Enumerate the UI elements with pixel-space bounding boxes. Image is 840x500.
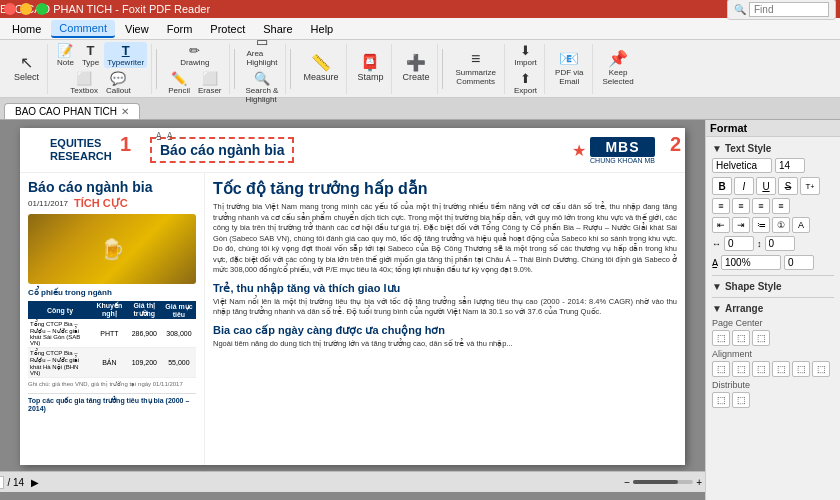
keep-selected-label: KeepSelected <box>603 68 634 86</box>
bold-button[interactable]: B <box>712 177 732 195</box>
drawing-tools-group: ✏ Drawing ✏️ Pencil ⬜ Eraser <box>161 44 229 94</box>
textbox-icon: ⬜ <box>76 71 92 86</box>
area-highlight-button[interactable]: ▭ AreaHighlight <box>243 33 280 68</box>
zoom-out-button[interactable]: − <box>624 477 630 488</box>
company-2: Tổng CTCP Bia – Rượu – Nước giải khát Hà… <box>28 348 92 378</box>
summarize-button[interactable]: ≡ SummarizeComments <box>451 49 499 88</box>
measure-button[interactable]: 📏 Measure <box>299 53 342 84</box>
comment-tools-row1: 📝 Note T Type T Typewriter <box>54 42 147 68</box>
type-button[interactable]: T Type <box>79 42 102 68</box>
toolbar: ↖ Select 📝 Note T Type T Typewriter ⬜ Te… <box>0 40 840 98</box>
menu-form[interactable]: Form <box>159 21 201 37</box>
import-button[interactable]: ⬇ Import <box>511 42 540 68</box>
typewriter-button[interactable]: T Typewriter <box>104 42 147 68</box>
list-bullet-button[interactable]: ≔ <box>752 217 770 233</box>
beer-image: 🍺 <box>28 214 196 284</box>
col-rec: Khuyến nghị <box>92 301 127 319</box>
tab-close-button[interactable]: ✕ <box>121 106 129 117</box>
main-heading: Tốc độ tăng trưởng hấp dẫn <box>213 179 677 198</box>
menu-comment[interactable]: Comment <box>51 20 115 38</box>
text-style-section: ▼ Text Style B I U S T+ ≡ ≡ ≡ ≡ <box>712 143 834 270</box>
export-button[interactable]: ⬆ Export <box>511 70 540 96</box>
next-page-button[interactable]: ▶ <box>28 477 42 488</box>
align-b-button[interactable]: ⬚ <box>812 361 830 377</box>
shape-style-title[interactable]: ▼ Shape Style <box>712 281 834 292</box>
find-input[interactable] <box>749 2 829 17</box>
align-justify-button[interactable]: ≡ <box>772 198 790 214</box>
create-button[interactable]: ➕ Create <box>398 53 433 84</box>
col-price: Giá thị trường <box>127 301 162 319</box>
note-button[interactable]: 📝 Note <box>54 42 77 68</box>
indent-increase-button[interactable]: ⇥ <box>732 217 750 233</box>
table-row: Tổng CTCP Bia – Rượu – Nước giải khát Hà… <box>28 348 196 378</box>
search-highlight-button[interactable]: 🔍 Search &Highlight <box>243 70 282 105</box>
pencil-button[interactable]: ✏️ Pencil <box>165 70 193 96</box>
search-highlight-label: Search &Highlight <box>246 86 279 104</box>
zero-input[interactable] <box>784 255 814 270</box>
text-color-button[interactable]: A <box>792 217 810 233</box>
create-group: ➕ Create <box>394 44 438 94</box>
center-v-button[interactable]: ⬚ <box>732 330 750 346</box>
tab-bao-cao[interactable]: BAO CAO PHAN TICH ✕ <box>4 103 140 119</box>
align-l-button[interactable]: ⬚ <box>712 361 730 377</box>
select-button[interactable]: ↖ Select <box>10 53 43 84</box>
spacing-icon2: ↕ <box>757 239 762 249</box>
page-number-input[interactable] <box>0 476 4 489</box>
pdf-email-button[interactable]: 📧 PDF viaEmail <box>551 49 587 88</box>
align-c-button[interactable]: ⬚ <box>732 361 750 377</box>
center-both-button[interactable]: ⬚ <box>752 330 770 346</box>
center-h-button[interactable]: ⬚ <box>712 330 730 346</box>
drawing-button[interactable]: ✏ Drawing <box>177 42 212 68</box>
text-style-title: ▼ Text Style <box>712 143 834 154</box>
menu-home[interactable]: Home <box>4 21 49 37</box>
keep-selected-icon: 📌 <box>608 51 628 67</box>
arrange-title[interactable]: ▼ Arrange <box>712 303 834 314</box>
menu-view[interactable]: View <box>117 21 157 37</box>
eraser-button[interactable]: ⬜ Eraser <box>195 70 225 96</box>
list-number-button[interactable]: ① <box>772 217 790 233</box>
note-icon: 📝 <box>57 43 73 58</box>
callout-button[interactable]: 💬 Callout <box>103 70 134 96</box>
indent-decrease-button[interactable]: ⇤ <box>712 217 730 233</box>
superscript-button[interactable]: T+ <box>800 177 820 195</box>
menu-help[interactable]: Help <box>303 21 342 37</box>
zoom-in-button[interactable]: + <box>696 477 702 488</box>
minimize-button[interactable] <box>20 3 32 15</box>
stamp-icon: 📮 <box>360 55 380 71</box>
drawing-label: Drawing <box>180 58 209 67</box>
font-name-input[interactable] <box>712 158 772 173</box>
maximize-button[interactable] <box>36 3 48 15</box>
italic-button[interactable]: I <box>734 177 754 195</box>
spacing-input2[interactable] <box>765 236 795 251</box>
keep-selected-button[interactable]: 📌 KeepSelected <box>599 49 638 88</box>
divider1 <box>712 275 834 276</box>
align-t-button[interactable]: ⬚ <box>772 361 790 377</box>
align-right-button[interactable]: ≡ <box>752 198 770 214</box>
align-r-button[interactable]: ⬚ <box>752 361 770 377</box>
percent-input[interactable] <box>721 255 781 270</box>
align-center-button[interactable]: ≡ <box>732 198 750 214</box>
pdf-main-title: Báo cáo ngành bia <box>28 179 196 195</box>
selected-text: Báo cáo ngành bia <box>160 142 284 158</box>
align-left-button[interactable]: ≡ <box>712 198 730 214</box>
measure-label: Measure <box>303 72 338 82</box>
strikethrough-button[interactable]: S <box>778 177 798 195</box>
textbox-button[interactable]: ⬜ Textbox <box>67 70 101 96</box>
para2: Việt Nam nổi lên là một thị trường tiêu … <box>213 297 677 318</box>
close-button[interactable] <box>4 3 16 15</box>
align-m-button[interactable]: ⬚ <box>792 361 810 377</box>
zoom-bar: − + 103.02% <box>624 477 705 488</box>
create-label: Create <box>402 72 429 82</box>
stock-section-title: Cổ phiếu trong ngành <box>28 288 196 297</box>
search-icon: 🔍 <box>734 4 746 15</box>
summarize-group: ≡ SummarizeComments <box>447 44 504 94</box>
spacing-input1[interactable] <box>724 236 754 251</box>
section3-heading: Bia cao cấp ngày càng được ưa chuộng hơn <box>213 324 677 337</box>
shape-style-label: Shape Style <box>725 281 782 292</box>
mbs-logo-area: ★ MBS CHUNG KHOAN MB <box>572 137 655 164</box>
underline-button[interactable]: U <box>756 177 776 195</box>
font-size-input[interactable] <box>775 158 805 173</box>
stamp-button[interactable]: 📮 Stamp <box>353 53 387 84</box>
dist-v-button[interactable]: ⬚ <box>732 392 750 408</box>
dist-h-button[interactable]: ⬚ <box>712 392 730 408</box>
